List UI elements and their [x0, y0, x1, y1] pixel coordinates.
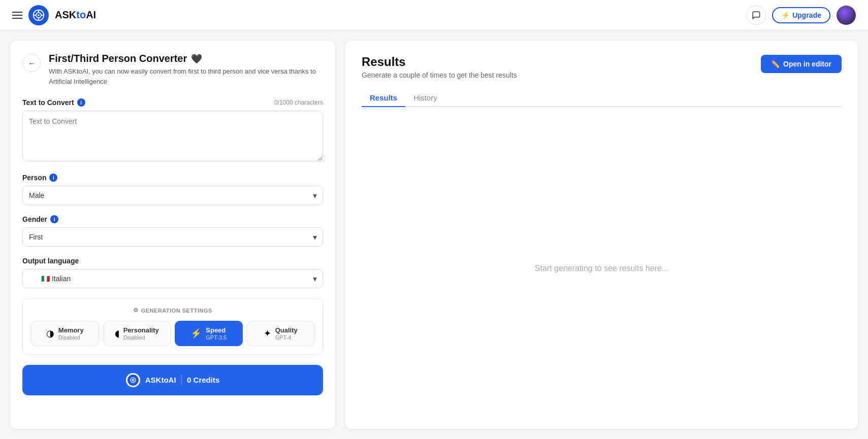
- speed-btn-text: Speed GPT-3.5: [206, 326, 227, 341]
- person-select-wrapper: Male Female Neutral ▾: [22, 186, 323, 205]
- submit-button[interactable]: ASKtoAI 0 Credits: [22, 365, 323, 395]
- pencil-icon: ✏️: [771, 60, 780, 68]
- submit-credits: 0 Credits: [187, 376, 219, 384]
- empty-message: Start generating to see results here...: [535, 264, 668, 273]
- quality-button[interactable]: ✦ Quality GPT-4: [247, 321, 315, 346]
- memory-button[interactable]: ◑ Memory Disabled: [31, 321, 99, 346]
- results-tabs: Results History: [362, 89, 842, 107]
- header-right: ⚡ Upgrade: [747, 6, 856, 25]
- upgrade-label: Upgrade: [792, 11, 821, 19]
- results-header: Results Generate a couple of times to ge…: [362, 55, 842, 79]
- tool-header: ← First/Third Person Converter 🖤 With AS…: [22, 53, 323, 86]
- user-avatar[interactable]: [837, 6, 856, 25]
- header-left: ASKtoAI: [12, 5, 96, 25]
- tab-results[interactable]: Results: [362, 89, 405, 107]
- quality-label: Quality: [275, 326, 298, 334]
- quality-sub: GPT-4: [275, 334, 292, 341]
- person-section: Person i Male Female Neutral ▾: [22, 174, 323, 205]
- tool-info: First/Third Person Converter 🖤 With ASKt…: [49, 53, 323, 86]
- language-select[interactable]: 🇮🇹 Italian 🇬🇧 English 🇪🇸 Spanish 🇫🇷 Fren…: [22, 269, 323, 288]
- char-count: 0/1000 characters: [274, 99, 323, 106]
- person-label: Person: [22, 174, 46, 182]
- gender-select-wrapper: First Third ▾: [22, 227, 323, 247]
- tool-description: With ASKtoAI, you can now easily convert…: [49, 66, 323, 86]
- gen-settings-title: ⚙ GENERATION SETTINGS: [31, 307, 314, 314]
- main-layout: ← First/Third Person Converter 🖤 With AS…: [0, 30, 868, 439]
- tool-title: First/Third Person Converter 🖤: [49, 53, 323, 64]
- results-subtitle: Generate a couple of times to get the be…: [362, 71, 517, 79]
- brand-name: ASKtoAI: [55, 9, 96, 21]
- person-label-row: Person i: [22, 174, 323, 182]
- submit-divider: [181, 375, 182, 385]
- personality-btn-text: Personality Disabled: [123, 326, 159, 341]
- submit-logo-inner: [127, 375, 139, 386]
- left-panel: ← First/Third Person Converter 🖤 With AS…: [10, 41, 335, 429]
- gender-select[interactable]: First Third: [22, 227, 323, 247]
- svg-point-9: [133, 380, 134, 381]
- upgrade-button[interactable]: ⚡ Upgrade: [772, 7, 830, 23]
- lightning-icon: ⚡: [781, 11, 790, 19]
- heart-icon[interactable]: 🖤: [191, 53, 202, 64]
- right-panel: Results Generate a couple of times to ge…: [345, 41, 858, 429]
- back-arrow-icon: ←: [28, 59, 35, 67]
- tab-history[interactable]: History: [405, 89, 445, 107]
- text-to-convert-label: Text to Convert: [22, 98, 74, 107]
- gender-info-icon[interactable]: i: [50, 215, 58, 223]
- text-to-convert-input[interactable]: [22, 111, 323, 161]
- results-title-area: Results Generate a couple of times to ge…: [362, 55, 517, 79]
- header: ASKtoAI ⚡ Upgrade: [0, 0, 868, 30]
- speed-label: Speed: [206, 326, 226, 334]
- generation-settings: ⚙ GENERATION SETTINGS ◑ Memory Disabled …: [22, 298, 323, 355]
- language-select-wrapper: 🇮🇹 Italian 🇬🇧 English 🇪🇸 Spanish 🇫🇷 Fren…: [22, 269, 323, 288]
- output-language-label: Output language: [22, 257, 79, 265]
- output-lang-label-row: Output language: [22, 257, 323, 265]
- speed-icon: ⚡: [190, 328, 202, 339]
- memory-label: Memory: [58, 326, 84, 334]
- svg-point-2: [38, 14, 39, 16]
- person-info-icon[interactable]: i: [49, 174, 57, 182]
- output-language-section: Output language 🇮🇹 Italian 🇬🇧 English 🇪🇸…: [22, 257, 323, 288]
- chat-button[interactable]: [747, 6, 766, 25]
- back-button[interactable]: ←: [22, 54, 41, 72]
- submit-logo: [126, 373, 140, 387]
- gender-label-row: Gender i: [22, 215, 323, 223]
- text-label-row: Text to Convert i 0/1000 characters: [22, 98, 323, 107]
- person-select[interactable]: Male Female Neutral: [22, 186, 323, 205]
- memory-btn-text: Memory Disabled: [58, 326, 84, 341]
- personality-icon: ◖: [115, 328, 119, 339]
- logo-icon: [28, 5, 49, 25]
- gear-icon: ⚙: [133, 307, 139, 314]
- quality-icon: ✦: [264, 328, 271, 339]
- gender-section: Gender i First Third ▾: [22, 215, 323, 247]
- submit-brand-label: ASKtoAI: [145, 376, 176, 384]
- gen-settings-label: GENERATION SETTINGS: [141, 308, 212, 314]
- open-editor-label: Open in editor: [783, 60, 831, 68]
- text-to-convert-section: Text to Convert i 0/1000 characters: [22, 98, 323, 163]
- text-info-icon[interactable]: i: [77, 98, 85, 107]
- gen-buttons-row: ◑ Memory Disabled ◖ Personality Disabled…: [31, 321, 314, 346]
- results-title: Results: [362, 55, 517, 69]
- memory-icon: ◑: [46, 328, 54, 339]
- gender-label: Gender: [22, 215, 47, 223]
- personality-label: Personality: [123, 326, 159, 334]
- personality-sub: Disabled: [123, 334, 145, 341]
- memory-sub: Disabled: [58, 334, 80, 341]
- hamburger-menu[interactable]: [12, 12, 22, 19]
- results-empty-state: Start generating to see results here...: [362, 122, 842, 415]
- tool-title-text: First/Third Person Converter: [49, 53, 187, 64]
- speed-sub: GPT-3.5: [206, 334, 227, 341]
- quality-btn-text: Quality GPT-4: [275, 326, 298, 341]
- open-in-editor-button[interactable]: ✏️ Open in editor: [761, 55, 842, 73]
- personality-button[interactable]: ◖ Personality Disabled: [103, 321, 171, 346]
- speed-button[interactable]: ⚡ Speed GPT-3.5: [175, 321, 243, 346]
